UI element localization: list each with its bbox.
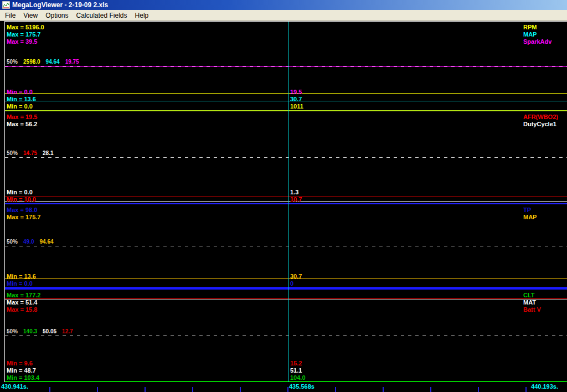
time-tick: [335, 387, 336, 392]
time-tick: [240, 387, 241, 392]
legend-dutycycle1: DutyCycle1: [523, 121, 558, 128]
legend: CLTMATBatt V: [523, 292, 541, 313]
menu-item-file[interactable]: File: [1, 11, 19, 20]
menu-bar: FileViewOptionsCalculated FieldsHelp: [0, 10, 567, 21]
min-label-dutycycle1: Min = 0.0: [7, 189, 36, 196]
cursor-value-dutycycle1: 1.3: [290, 189, 302, 196]
title-bar[interactable]: MegaLogViewer - 2-19-09 2.xls: [0, 0, 567, 10]
min-labels: Min = 0.0Min = 13.6Min = 0.0: [7, 89, 36, 110]
menu-item-options[interactable]: Options: [42, 11, 72, 20]
max-label-map: Max = 175.7: [7, 214, 40, 221]
legend: AFR(WBO2)DutyCycle1: [523, 114, 558, 128]
cursor-value-map: 30.7: [290, 96, 303, 103]
legend-map: MAP: [523, 31, 551, 38]
legend: TPMAP: [523, 207, 537, 221]
min-label-clt: Min = 103.4: [7, 374, 39, 381]
cursor-value-rpm: 1011: [290, 103, 303, 110]
cursor-values: 15.251.1104.0: [290, 360, 306, 381]
chart-panel-4[interactable]: Max = 177.2Max = 51.4Max = 15.8CLTMATBat…: [5, 290, 567, 382]
legend-clt: CLT: [523, 292, 541, 299]
legend-sparkadv: SparkAdv: [523, 38, 551, 45]
max-labels: Max = 98.0Max = 175.7: [7, 207, 40, 221]
trace-mat: [5, 300, 567, 300]
cursor-value-mat: 51.1: [290, 367, 306, 374]
trace-map: [5, 278, 567, 279]
legend: RPMMAPSparkAdv: [523, 24, 551, 45]
chart-area[interactable]: Max = 5196.0Max = 175.7Max = 39.5RPMMAPS…: [4, 21, 567, 382]
max-label-mat: Max = 51.4: [7, 299, 40, 306]
max-label-map: Max = 175.7: [7, 31, 44, 38]
cursor-value-afr-wbo2: 10.7: [290, 196, 302, 203]
time-tick: [525, 387, 527, 392]
trace-map: [5, 101, 567, 101]
time-tick: [49, 387, 50, 392]
chart-panel-1[interactable]: Max = 5196.0Max = 175.7Max = 39.5RPMMAPS…: [5, 22, 567, 111]
mid-value-sparkadv: 19.75: [65, 59, 79, 65]
app-icon: [2, 1, 10, 9]
legend-map: MAP: [523, 214, 537, 221]
max-labels: Max = 5196.0Max = 175.7Max = 39.5: [7, 24, 44, 45]
mid-value-afr-wbo2: 14.75: [23, 150, 37, 156]
fifty-percent-line: [5, 157, 567, 158]
max-label-clt: Max = 177.2: [7, 292, 40, 299]
fifty-percent-row: 50%2598.094.6419.75: [7, 59, 85, 65]
time-tick: [478, 387, 479, 392]
min-label-afr-wbo2: Min = 10.0: [7, 196, 36, 203]
max-label-rpm: Max = 5196.0: [7, 24, 44, 31]
min-label-sparkadv: Min = 0.0: [7, 89, 36, 96]
min-label-map: Min = 13.6: [7, 96, 36, 103]
legend-rpm: RPM: [523, 24, 551, 31]
time-tick: [287, 387, 288, 392]
min-label-rpm: Min = 0.0: [7, 103, 36, 110]
mid-value-clt: 140.3: [23, 328, 37, 334]
cursor-line[interactable]: [288, 22, 288, 382]
min-label-mat: Min = 48.7: [7, 367, 39, 374]
time-tick: [145, 387, 146, 392]
time-cursor: 435.568s: [289, 383, 315, 390]
trace-afr-wbo2: [5, 197, 567, 197]
window-title: MegaLogViewer - 2-19-09 2.xls: [12, 0, 108, 10]
fifty-percent-label: 50%: [7, 328, 18, 334]
max-label-sparkadv: Max = 39.5: [7, 38, 44, 45]
chart-panel-2[interactable]: Max = 19.5Max = 56.2AFR(WBO2)DutyCycle15…: [5, 111, 567, 204]
max-label-tp: Max = 98.0: [7, 207, 40, 214]
min-label-batt-v: Min = 9.6: [7, 360, 39, 367]
trace-sparkadv: [5, 66, 567, 67]
trace-dutycycle1: [5, 201, 567, 202]
chart-panel-3[interactable]: Max = 98.0Max = 175.7TPMAP50%49.094.64Mi…: [5, 204, 567, 290]
cursor-value-tp: 0: [290, 280, 302, 287]
menu-item-calculated-fields[interactable]: Calculated Fields: [73, 11, 131, 20]
max-label-afr-wbo2: Max = 19.5: [7, 114, 37, 121]
min-labels: Min = 9.6Min = 48.7Min = 103.4: [7, 360, 39, 381]
cursor-value-map: 30.7: [290, 273, 302, 280]
mid-value-dutycycle1: 28.1: [43, 150, 53, 156]
mid-value-rpm: 2598.0: [23, 59, 40, 65]
time-start: 430.941s.: [1, 383, 28, 390]
cursor-value-batt-v: 15.2: [290, 360, 306, 367]
mid-value-map: 94.64: [46, 59, 60, 65]
mid-value-tp: 49.0: [23, 239, 34, 245]
menu-item-view[interactable]: View: [19, 11, 42, 20]
legend-mat: MAT: [523, 299, 541, 306]
trace-clt: [5, 381, 567, 381]
fifty-percent-label: 50%: [7, 59, 18, 65]
fifty-percent-line: [5, 336, 567, 336]
cursor-values: 1.310.7: [290, 189, 302, 203]
time-bar[interactable]: 430.941s. 435.568s 440.193s.: [0, 382, 567, 392]
trace-tp: [5, 287, 567, 287]
fifty-percent-label: 50%: [7, 239, 18, 245]
legend-batt-v: Batt V: [523, 306, 541, 313]
fifty-percent-row: 50%49.094.64: [7, 239, 59, 245]
time-end: 440.193s.: [531, 383, 558, 390]
min-labels: Min = 0.0Min = 10.0: [7, 189, 36, 203]
mid-value-batt-v: 12.7: [62, 328, 73, 334]
trace-rpm: [5, 93, 567, 94]
legend-afr-wbo2: AFR(WBO2): [523, 114, 558, 121]
cursor-value-clt: 104.0: [290, 374, 306, 381]
min-labels: Min = 13.6Min = 0.0: [7, 273, 36, 287]
cursor-values: 19.530.71011: [290, 89, 303, 110]
cursor-values: 30.70: [290, 273, 302, 287]
fifty-percent-line: [5, 246, 567, 246]
time-tick: [192, 387, 193, 392]
menu-item-help[interactable]: Help: [131, 11, 153, 20]
